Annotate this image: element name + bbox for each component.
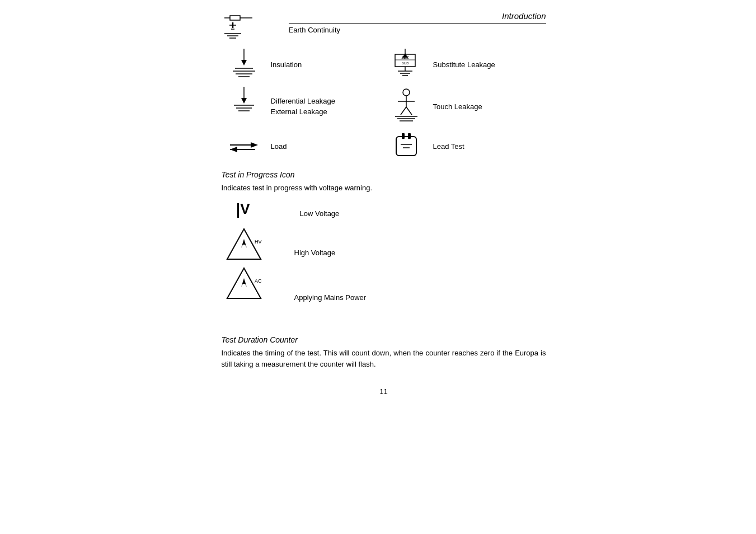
ac-triangle-icon: AC (224, 266, 264, 302)
touch-leakage-icon (387, 86, 426, 128)
header-rule (289, 23, 546, 24)
test-duration-title: Test Duration Counter (222, 335, 546, 344)
differential-leakage-icon (227, 86, 261, 128)
hv-label: High Voltage (294, 249, 336, 257)
load-label: Load (271, 142, 349, 151)
earth-continuity-icon (222, 11, 266, 42)
svg-text:HV: HV (255, 239, 262, 245)
test-duration-description: Indicates the timing of the test. This w… (222, 348, 546, 371)
svg-rect-1 (230, 16, 240, 20)
svg-line-34 (406, 107, 412, 115)
svg-rect-42 (396, 137, 416, 156)
earth-continuity-label: Earth Continuity (289, 26, 341, 34)
page-number: 11 (222, 387, 546, 396)
touch-leakage-label: Touch Leakage (433, 102, 511, 111)
substitute-leakage-label: Substitute Leakage (433, 60, 511, 69)
svg-text:AC: AC (255, 278, 262, 284)
lv-label: Low Voltage (300, 209, 340, 218)
load-icon (227, 134, 261, 159)
substitute-leakage-icon: ZZZ SUB (387, 48, 426, 81)
intro-title: Introduction (502, 11, 546, 21)
test-in-progress-description: Indicates test in progress with voltage … (222, 182, 546, 194)
insulation-icon (227, 48, 261, 81)
svg-marker-39 (251, 142, 258, 148)
svg-text:SUB: SUB (401, 62, 408, 65)
svg-marker-41 (230, 147, 237, 152)
hv-triangle-icon: HV (224, 227, 264, 263)
insulation-label: Insulation (271, 60, 349, 69)
svg-point-30 (403, 89, 410, 96)
svg-line-33 (401, 107, 406, 115)
svg-rect-43 (402, 133, 405, 139)
svg-marker-26 (241, 98, 247, 104)
test-in-progress-title: Test in Progress Icon (222, 170, 546, 179)
lead-test-icon (389, 132, 423, 160)
ac-label: Applying Mains Power (294, 293, 367, 302)
lv-icon: V (237, 200, 250, 218)
svg-rect-44 (408, 133, 411, 139)
lead-test-label: Lead Test (433, 142, 511, 151)
svg-marker-10 (241, 60, 247, 65)
differential-leakage-label: Differential Leakage External Leakage (271, 96, 335, 116)
